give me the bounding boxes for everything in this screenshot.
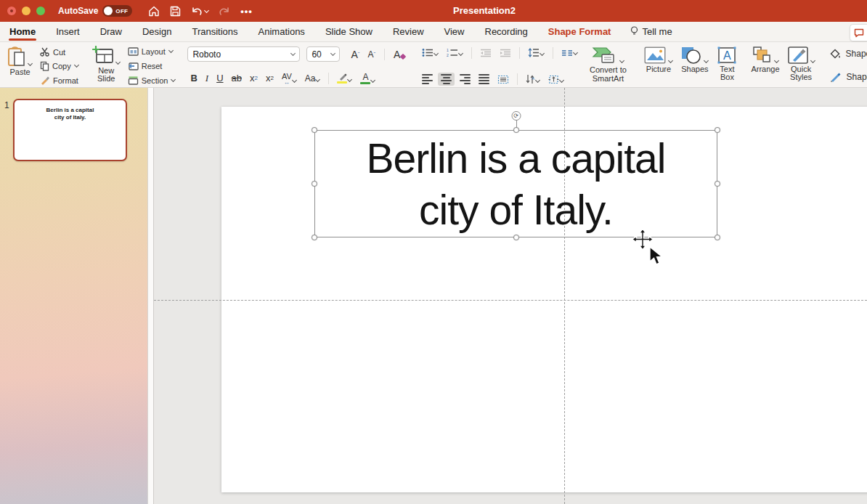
smartart-icon <box>592 46 618 65</box>
justify-button[interactable] <box>476 73 492 86</box>
line-spacing-button[interactable] <box>525 46 548 59</box>
columns-icon <box>561 49 573 57</box>
increase-indent-button[interactable] <box>497 47 514 59</box>
paragraph-group: 12 <box>419 45 581 87</box>
highlight-color-button[interactable] <box>334 72 355 85</box>
tab-home[interactable]: Home <box>9 23 36 40</box>
tab-design[interactable]: Design <box>142 23 172 40</box>
align-center-button[interactable] <box>438 73 455 86</box>
reset-button[interactable]: Reset <box>126 61 178 71</box>
strikethrough-button[interactable]: ab <box>229 72 245 85</box>
comment-icon <box>854 28 864 38</box>
slide-1-thumbnail[interactable]: Berlin is a capital city of Italy. <box>13 99 127 161</box>
outdent-icon <box>480 49 492 57</box>
tab-slide-show[interactable]: Slide Show <box>325 23 373 40</box>
home-button[interactable] <box>148 6 160 17</box>
resize-handle-s[interactable] <box>513 235 519 240</box>
tab-view[interactable]: View <box>444 23 465 40</box>
subscript-button[interactable]: x2 <box>263 72 277 85</box>
clear-formatting-button[interactable]: A <box>391 48 409 61</box>
cut-button[interactable]: Cut <box>38 46 81 57</box>
change-case-button[interactable]: Aa <box>302 72 324 85</box>
tell-me-label: Tell me <box>642 26 672 37</box>
font-size-select[interactable]: 60 <box>306 46 340 62</box>
resize-handle-e[interactable] <box>715 181 720 187</box>
shape-fill-button[interactable]: Shape <box>829 48 867 60</box>
columns-button[interactable] <box>558 48 581 58</box>
align-left-button[interactable] <box>419 73 436 86</box>
layout-button[interactable]: Layout <box>126 46 178 57</box>
shape-outline-button[interactable]: Shape <box>829 71 867 83</box>
shapes-button[interactable]: Shapes <box>679 45 710 74</box>
decrease-indent-button[interactable] <box>477 47 494 59</box>
align-center-icon <box>441 74 452 84</box>
bullets-button[interactable] <box>419 46 441 59</box>
new-slide-button[interactable]: New Slide <box>91 45 122 84</box>
tab-transitions[interactable]: Transitions <box>191 23 238 40</box>
numbered-list-icon: 12 <box>447 48 458 57</box>
justify-icon <box>479 74 489 84</box>
align-right-button[interactable] <box>457 73 473 86</box>
numbering-button[interactable]: 12 <box>444 46 466 59</box>
comments-button[interactable] <box>850 24 867 41</box>
resize-handle-se[interactable] <box>715 235 720 240</box>
tab-shape-format[interactable]: Shape Format <box>548 23 612 40</box>
more-commands-button[interactable]: ••• <box>240 6 253 17</box>
save-button[interactable] <box>170 6 181 17</box>
paste-chevron-icon <box>28 61 33 66</box>
rotation-handle[interactable]: ⟳ <box>511 111 521 121</box>
text-box-button[interactable]: A Text Box <box>715 45 739 82</box>
minimize-window-button[interactable] <box>22 7 30 15</box>
tell-me-button[interactable]: Tell me <box>630 26 672 37</box>
italic-button[interactable]: I <box>203 72 211 85</box>
home-icon <box>148 6 160 17</box>
close-window-button[interactable] <box>7 7 16 15</box>
title-bar: AutoSave OFF ••• Presentation2 <box>0 0 867 22</box>
quick-styles-button[interactable]: Quick Styles <box>786 45 817 82</box>
selected-text-box[interactable]: ⟳ Berlin is a capital city of Italy. <box>314 130 717 237</box>
tab-recording[interactable]: Recording <box>484 23 529 40</box>
arrange-button[interactable]: Arrange <box>749 45 781 74</box>
resize-handle-w[interactable] <box>312 181 317 187</box>
align-text-button[interactable] <box>545 73 567 86</box>
increase-font-size-button[interactable]: Aˆ <box>348 48 362 61</box>
line-spacing-icon <box>528 48 540 57</box>
underline-button[interactable]: U <box>213 72 226 85</box>
resize-handle-n[interactable] <box>513 127 519 133</box>
undo-button[interactable] <box>191 6 208 17</box>
layout-chevron-icon <box>168 48 174 53</box>
tab-draw[interactable]: Draw <box>99 23 123 40</box>
bold-button[interactable]: B <box>187 72 200 85</box>
font-name-select[interactable]: Roboto <box>187 46 300 62</box>
superscript-button[interactable]: x2 <box>247 72 261 85</box>
zoom-window-button[interactable] <box>36 7 45 15</box>
decrease-font-size-button[interactable]: Aˇ <box>365 48 378 61</box>
text-box-content[interactable]: Berlin is a capital city of Italy. <box>315 133 717 236</box>
tab-animations[interactable]: Animations <box>258 23 306 40</box>
svg-text:A: A <box>723 49 731 62</box>
tab-review[interactable]: Review <box>392 23 425 40</box>
section-button[interactable]: Section <box>126 76 178 86</box>
shapes-chevron-icon <box>704 58 709 63</box>
text-direction-button[interactable]: A <box>523 73 543 86</box>
character-spacing-button[interactable]: AV↔ <box>279 71 300 86</box>
paste-button[interactable]: Paste <box>6 45 34 77</box>
resize-handle-ne[interactable] <box>715 127 720 133</box>
picture-button[interactable]: Picture <box>642 45 675 74</box>
pane-splitter[interactable] <box>147 88 154 504</box>
copy-button[interactable]: Copy <box>38 60 81 72</box>
convert-to-smartart-button[interactable]: Convert to SmartArt <box>584 45 632 86</box>
distribute-text-button[interactable] <box>494 73 512 86</box>
format-painter-button[interactable]: Format <box>38 75 81 86</box>
resize-handle-sw[interactable] <box>312 235 317 240</box>
char-spacing-chevron-icon <box>292 78 297 83</box>
font-color-button[interactable]: A <box>357 72 378 86</box>
resize-handle-nw[interactable] <box>312 127 317 133</box>
clear-format-eraser-icon <box>400 54 406 60</box>
horizontal-guide[interactable] <box>154 300 867 301</box>
tab-insert[interactable]: Insert <box>55 23 81 40</box>
redo-button[interactable] <box>219 6 230 17</box>
highlight-chevron-icon <box>347 77 352 82</box>
autosave-toggle[interactable]: OFF <box>102 5 132 17</box>
quick-styles-chevron-icon <box>810 58 815 63</box>
